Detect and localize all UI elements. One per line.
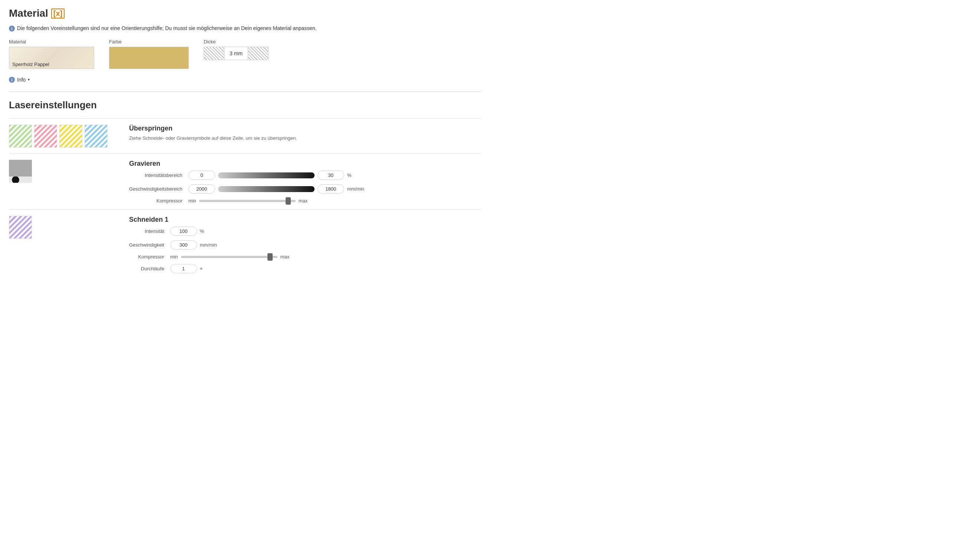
- svg-point-7: [19, 170, 22, 171]
- intensitaet-label: Intensitätsbereich: [129, 172, 183, 178]
- ueberspringen-description: Ziehe Schneide- oder Graviersymbole auf …: [129, 135, 481, 141]
- thickness-control: 3 mm: [204, 47, 269, 60]
- schneiden-intensitaet-unit: %: [200, 229, 204, 234]
- info-dropdown-icon: i: [9, 77, 15, 83]
- geschwindigkeit-range-control: mm/min: [188, 184, 481, 194]
- material-fields: Material Sperrholz Pappel Farbe Dicke 3 …: [9, 39, 481, 69]
- farbe-field-group: Farbe: [109, 39, 189, 69]
- page-title-area: Material [x]: [9, 8, 481, 19]
- thumb-pink: [34, 125, 57, 148]
- kompressor-gravieren-label: Kompressor: [129, 198, 183, 203]
- thickness-value[interactable]: 3 mm: [224, 47, 248, 60]
- durchlaeufe-unit: ×: [200, 266, 203, 272]
- intensitaet-max-input[interactable]: [318, 171, 344, 180]
- thumb-green: [9, 125, 32, 148]
- svg-point-6: [21, 167, 23, 170]
- kompressor-schneiden-control: min max: [170, 254, 481, 260]
- info-dropdown-label: Info: [17, 77, 25, 83]
- close-badge[interactable]: [x]: [51, 8, 65, 19]
- info-dropdown-button[interactable]: i Info ▾: [9, 75, 30, 84]
- material-swatch[interactable]: Sperrholz Pappel: [9, 47, 94, 69]
- intensitaet-control: %: [188, 171, 481, 180]
- thickness-stripe-right: [248, 47, 269, 60]
- farbe-label: Farbe: [109, 39, 189, 44]
- thickness-stripe-left: [204, 47, 224, 60]
- stripe-pink: [35, 125, 57, 147]
- row-content-schneiden: Schneiden 1 Intensität % Geschwindigkeit…: [120, 216, 481, 273]
- intensitaet-slider[interactable]: [218, 172, 315, 178]
- gravieren-title: Gravieren: [129, 160, 481, 168]
- kompressor-schneiden-max: max: [280, 254, 290, 260]
- engrave-thumb: [9, 160, 32, 183]
- intensitaet-min-input[interactable]: [188, 171, 215, 180]
- material-field-group: Material Sperrholz Pappel: [9, 39, 94, 69]
- geschwindigkeit-max-input[interactable]: [318, 184, 344, 194]
- dicke-label: Dicke: [204, 39, 269, 44]
- page-title: Material: [9, 8, 48, 19]
- engrave-svg: [9, 160, 32, 183]
- thumb-blue: [84, 125, 108, 148]
- row-preview-schneiden: [9, 216, 120, 239]
- laser-row-gravieren: Gravieren Intensitätsbereich % Geschwind…: [9, 154, 481, 210]
- geschwindigkeit-range-label: Geschwindigkeitsbereich: [129, 186, 183, 192]
- intensitaet-unit: %: [347, 172, 352, 178]
- geschwindigkeit-unit: mm/min: [347, 186, 364, 192]
- svg-point-2: [15, 162, 19, 169]
- geschwindigkeit-slider[interactable]: [218, 186, 315, 192]
- gravieren-settings: Intensitätsbereich % Geschwindigkeitsber…: [129, 171, 481, 203]
- row-content-ueberspringen: Überspringen Ziehe Schneide- oder Gravie…: [120, 125, 481, 142]
- row-content-gravieren: Gravieren Intensitätsbereich % Geschwind…: [120, 160, 481, 203]
- cut-thumb: [9, 216, 32, 239]
- schneiden-intensitaet-input[interactable]: [170, 227, 197, 236]
- stripe-green: [9, 125, 32, 147]
- laser-row-ueberspringen: Überspringen Ziehe Schneide- oder Gravie…: [9, 118, 481, 154]
- kompressor-schneiden-slider[interactable]: [181, 256, 277, 258]
- kompressor-schneiden-min: min: [170, 254, 178, 260]
- cut-stripe: [9, 216, 32, 238]
- svg-point-5: [18, 167, 20, 170]
- row-preview-gravieren: [9, 160, 120, 183]
- svg-point-4: [15, 164, 25, 174]
- material-name: Sperrholz Pappel: [12, 62, 49, 67]
- schneiden-geschwindigkeit-label: Geschwindigkeit: [129, 242, 164, 248]
- schneiden-geschwindigkeit-unit: mm/min: [200, 242, 217, 248]
- laser-row-schneiden: Schneiden 1 Intensität % Geschwindigkeit…: [9, 210, 481, 279]
- thumb-yellow: [59, 125, 82, 148]
- farbe-swatch[interactable]: [109, 47, 189, 69]
- kompressor-gravieren-max: max: [299, 198, 308, 203]
- chevron-down-icon: ▾: [28, 78, 30, 82]
- schneiden-settings: Intensität % Geschwindigkeit mm/min Komp…: [129, 227, 481, 273]
- laser-section-title: Lasereinstellungen: [9, 99, 481, 111]
- durchlaeufe-input[interactable]: [170, 264, 197, 273]
- schneiden-geschwindigkeit-control: mm/min: [170, 240, 481, 249]
- info-notice-text: Die folgenden Voreinstellungen sind nur …: [17, 25, 317, 31]
- stripe-blue: [85, 125, 107, 147]
- kompressor-gravieren-slider[interactable]: [199, 200, 296, 202]
- kompressor-gravieren-min: min: [188, 198, 196, 203]
- section-divider-1: [9, 92, 481, 92]
- svg-point-1: [14, 161, 27, 175]
- schneiden-geschwindigkeit-input[interactable]: [170, 240, 197, 249]
- kompressor-gravieren-control: min max: [188, 198, 481, 203]
- durchlaeufe-label: Durchläufe: [129, 266, 164, 272]
- kompressor-schneiden-label: Kompressor: [129, 254, 164, 260]
- row-preview-ueberspringen: [9, 125, 120, 148]
- schneiden-title: Schneiden 1: [129, 216, 481, 224]
- geschwindigkeit-min-input[interactable]: [188, 184, 215, 194]
- dicke-field-group: Dicke 3 mm: [204, 39, 269, 60]
- material-label: Material: [9, 39, 94, 44]
- durchlaeufe-control: ×: [170, 264, 481, 273]
- schneiden-intensitaet-control: %: [170, 227, 481, 236]
- stripe-yellow: [60, 125, 82, 147]
- svg-point-3: [22, 162, 26, 169]
- ueberspringen-title: Überspringen: [129, 125, 481, 132]
- info-notice: i Die folgenden Voreinstellungen sind nu…: [9, 25, 481, 32]
- info-circle-icon: i: [9, 25, 15, 32]
- schneiden-intensitaet-label: Intensität: [129, 229, 164, 234]
